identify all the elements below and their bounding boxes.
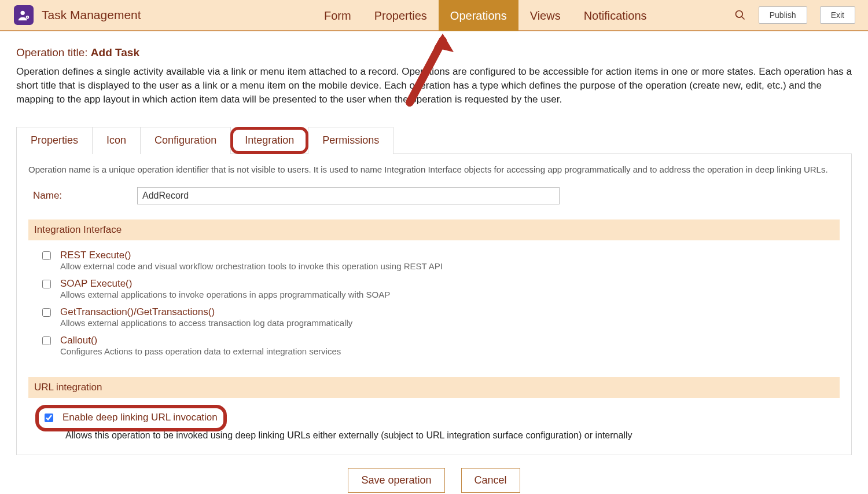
svg-point-0 (21, 11, 25, 15)
checkbox-get-transaction: GetTransaction()/GetTransactions() Allow… (28, 304, 840, 332)
get-transaction-title: GetTransaction()/GetTransactions() (60, 306, 352, 318)
rest-execute-sub: Allow external code and visual workflow … (60, 261, 443, 271)
checkbox-get-transaction-input[interactable] (42, 308, 51, 317)
callout-sub: Configures Actions to pass operation dat… (60, 346, 341, 356)
checkbox-callout: Callout() Configures Actions to pass ope… (28, 332, 840, 361)
annotation-deeplink-highlight: Enable deep linking URL invocation (35, 405, 227, 431)
subtab-row: Properties Icon Configuration Integratio… (16, 127, 852, 154)
tab-notifications[interactable]: Notifications (572, 0, 659, 31)
app-logo-icon (14, 5, 34, 25)
integration-panel: Operation name is a unique operation ide… (16, 154, 852, 455)
operation-title-prefix: Operation title: (16, 46, 91, 58)
callout-title: Callout() (60, 335, 341, 346)
topbar-right: Publish Exit (734, 6, 868, 24)
app-title: Task Management (42, 8, 141, 22)
cancel-button[interactable]: Cancel (461, 468, 520, 493)
subtab-integration[interactable]: Integration (230, 127, 308, 154)
operation-title-line: Operation title: Add Task (16, 46, 852, 59)
tab-operations[interactable]: Operations (439, 0, 518, 31)
operation-title-value: Add Task (91, 46, 139, 58)
checkbox-deeplink-input[interactable] (45, 414, 53, 422)
subtab-configuration[interactable]: Configuration (140, 127, 231, 154)
main-tabs: Form Properties Operations Views Notific… (312, 0, 659, 31)
panel-intro-text: Operation name is a unique operation ide… (28, 164, 840, 174)
rest-execute-title: REST Execute() (60, 250, 443, 261)
subtab-properties[interactable]: Properties (16, 127, 93, 154)
subtab-permissions[interactable]: Permissions (308, 127, 393, 154)
content-area: Operation title: Add Task Operation defi… (0, 31, 868, 493)
tab-views[interactable]: Views (518, 0, 572, 31)
exit-button[interactable]: Exit (820, 6, 855, 24)
publish-button[interactable]: Publish (759, 6, 807, 24)
checkbox-soap-execute: SOAP Execute() Allows external applicati… (28, 276, 840, 304)
integration-interface-header: Integration Interface (28, 219, 840, 240)
checkbox-rest-execute: REST Execute() Allow external code and v… (28, 247, 840, 276)
operation-description: Operation defines a single activity avai… (16, 65, 852, 106)
name-input[interactable] (137, 187, 560, 204)
checkbox-rest-execute-input[interactable] (42, 251, 51, 260)
footer-actions: Save operation Cancel (16, 455, 852, 493)
checkbox-callout-input[interactable] (42, 336, 51, 345)
soap-execute-sub: Allows external applications to invoke o… (60, 290, 390, 299)
deeplink-title: Enable deep linking URL invocation (62, 412, 218, 423)
save-operation-button[interactable]: Save operation (348, 468, 444, 493)
checkbox-soap-execute-input[interactable] (42, 280, 51, 288)
tab-properties[interactable]: Properties (363, 0, 439, 31)
url-integration-header: URL integration (28, 377, 840, 398)
name-label: Name: (33, 190, 137, 202)
subtab-icon[interactable]: Icon (92, 127, 141, 154)
search-icon[interactable] (734, 9, 746, 21)
name-field-row: Name: (28, 187, 840, 204)
svg-point-2 (735, 11, 742, 18)
soap-execute-title: SOAP Execute() (60, 278, 390, 290)
topbar: Task Management Form Properties Operatio… (0, 0, 868, 31)
svg-line-3 (741, 17, 744, 20)
deeplink-sub: Allows this operation to be invoked usin… (65, 430, 840, 441)
tab-form[interactable]: Form (312, 0, 363, 31)
get-transaction-sub: Allows external applications to access t… (60, 318, 352, 328)
